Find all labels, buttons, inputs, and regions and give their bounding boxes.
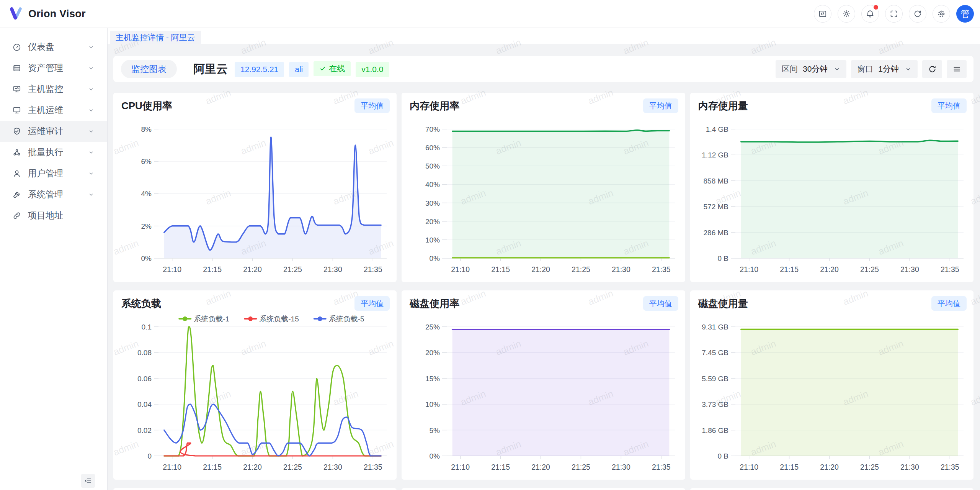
refresh-page-button[interactable] [909,5,926,23]
chevron-down-icon [88,107,94,113]
svg-text:21:35: 21:35 [941,463,959,471]
user-icon [12,169,21,178]
chevron-down-icon [88,86,94,92]
link-icon [12,211,21,220]
svg-text:4%: 4% [141,190,152,198]
svg-text:3.73 GB: 3.73 GB [702,400,728,408]
host-tag: 在线 [314,61,351,76]
window-select-label: 窗口 [857,64,873,74]
user-avatar[interactable]: 管 [956,5,974,23]
sidebar-item-label: 主机监控 [28,83,88,95]
range-select[interactable]: 区间 30分钟 [776,60,846,78]
svg-text:21:25: 21:25 [860,463,879,471]
chart-card-partial [113,488,397,490]
sidebar-item-label: 运维审计 [28,125,88,137]
svg-text:系统负载-1: 系统负载-1 [194,315,229,323]
sidebar-item-monitor-chart[interactable]: 主机监控 [0,79,107,100]
chart-plot: 1.4 GB1.12 GB858 MB572 MB286 MB0 B21:102… [697,117,967,278]
charts-grid: CPU使用率平均值8%6%4%2%0%21:1021:1521:2021:252… [113,93,973,490]
sidebar-item-link[interactable]: 项目地址 [0,205,107,226]
svg-text:30%: 30% [425,199,440,207]
sidebar-item-label: 资产管理 [28,62,88,74]
chart-aggregation-badge: 平均值 [931,296,967,311]
svg-text:0.1: 0.1 [142,323,152,331]
svg-text:1.12 GB: 1.12 GB [702,151,728,159]
menu-fold-icon [84,477,92,485]
theme-toggle-button[interactable] [838,5,855,23]
svg-text:21:10: 21:10 [740,463,758,471]
shield-check-icon [12,127,21,136]
svg-text:70%: 70% [425,125,440,133]
monitor-icon [12,106,21,115]
svg-text:50%: 50% [425,162,440,170]
svg-text:21:30: 21:30 [323,463,342,471]
host-name: 阿里云 [193,61,228,77]
notification-dot [874,5,878,10]
assets-icon [12,64,21,73]
svg-text:21:15: 21:15 [203,463,222,471]
code-button[interactable] [814,5,831,23]
user-icon [12,169,21,178]
legend-item[interactable]: 系统负载-5 [314,315,364,323]
svg-text:21:25: 21:25 [572,463,590,471]
sidebar-menu: 仪表盘资产管理主机监控主机运维运维审计批量执行用户管理系统管理项目地址 [0,28,107,226]
chart-card-4: 系统负载平均值0.10.080.060.040.02021:1021:1521:… [113,290,397,480]
tab-monitor-charts[interactable]: 监控图表 [121,60,177,78]
chart-aggregation-badge: 平均值 [931,98,967,113]
svg-text:21:35: 21:35 [941,265,959,274]
chevron-down-icon [88,149,94,156]
app-logo: Orion Visor [8,6,86,21]
chart-config-button[interactable] [947,60,967,78]
svg-text:21:35: 21:35 [364,463,382,471]
sidebar-item-assets[interactable]: 资产管理 [0,57,107,79]
svg-text:7.45 GB: 7.45 GB [702,349,728,357]
chart-plot: 0.10.080.060.040.02021:1021:1521:2021:25… [120,315,390,476]
host-tag-text: v1.0.0 [361,65,383,74]
sidebar-item-user[interactable]: 用户管理 [0,163,107,184]
breadcrumb[interactable]: 主机监控详情 - 阿里云 [110,31,201,44]
svg-text:21:15: 21:15 [780,265,799,274]
refresh-charts-button[interactable] [922,60,942,78]
chart-title: 磁盘使用率 [410,297,459,310]
chart-plot: 70%60%50%40%30%20%10%0%21:1021:1521:2021… [408,117,678,278]
window-select[interactable]: 窗口 1分钟 [851,60,918,78]
svg-text:系统负载-5: 系统负载-5 [329,315,364,323]
sidebar-item-monitor[interactable]: 主机运维 [0,100,107,121]
sidebar-item-shield-check[interactable]: 运维审计 [0,121,107,142]
svg-text:21:20: 21:20 [531,463,550,471]
sun-icon [842,9,851,18]
sidebar-item-nodes[interactable]: 批量执行 [0,142,107,163]
svg-text:9.31 GB: 9.31 GB [702,323,728,331]
svg-text:572 MB: 572 MB [703,203,728,211]
host-tag-text: 12.92.5.21 [240,65,278,74]
legend-item[interactable]: 系统负载-15 [245,315,299,323]
svg-text:0%: 0% [141,254,152,262]
gear-icon [937,9,946,18]
host-tag-text: ali [295,65,303,74]
svg-text:15%: 15% [425,375,440,383]
svg-text:21:20: 21:20 [820,265,839,274]
svg-text:0 B: 0 B [717,254,728,262]
svg-text:21:15: 21:15 [492,265,510,274]
svg-text:21:10: 21:10 [451,265,470,274]
svg-text:0.08: 0.08 [137,349,152,357]
chart-card-6: 磁盘使用量平均值9.31 GB7.45 GB5.59 GB3.73 GB1.86… [690,290,973,480]
svg-text:0.06: 0.06 [137,375,152,383]
sidebar-item-wrench[interactable]: 系统管理 [0,184,107,205]
sidebar: 仪表盘资产管理主机监控主机运维运维审计批量执行用户管理系统管理项目地址 [0,28,108,490]
notifications-button[interactable] [861,5,879,23]
legend-item[interactable]: 系统负载-1 [179,315,229,323]
settings-button[interactable] [933,5,950,23]
svg-text:6%: 6% [141,157,152,166]
svg-text:21:25: 21:25 [283,463,302,471]
check-icon [319,65,326,72]
svg-text:21:10: 21:10 [740,265,758,274]
svg-text:21:10: 21:10 [163,265,181,274]
sidebar-collapse-button[interactable] [81,474,95,488]
svg-text:20%: 20% [425,349,440,357]
sidebar-item-gauge[interactable]: 仪表盘 [0,36,107,57]
refresh-icon [913,9,922,18]
svg-text:1.86 GB: 1.86 GB [702,426,728,434]
fullscreen-button[interactable] [885,5,903,23]
chart-card-2: 内存使用率平均值70%60%50%40%30%20%10%0%21:1021:1… [402,93,685,282]
